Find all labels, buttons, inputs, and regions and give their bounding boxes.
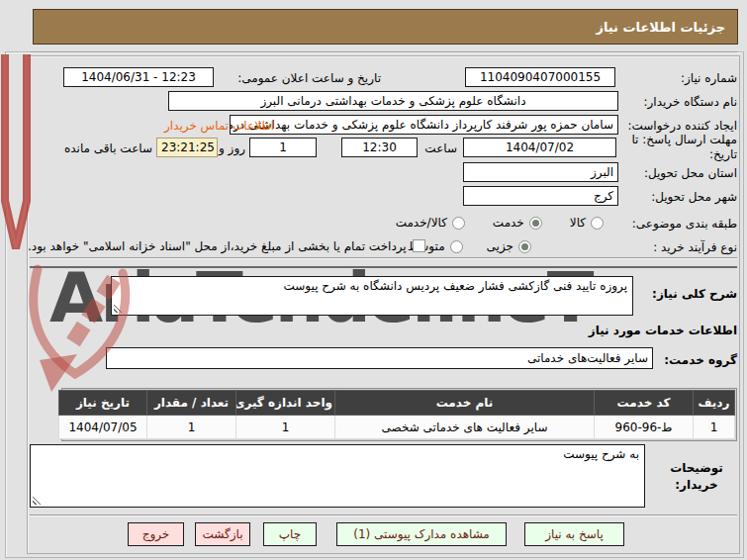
process-option-minor[interactable]: جزیی: [487, 239, 531, 253]
table-header-row: ردیف کد خدمت نام خدمت واحد اندازه گیری ت…: [59, 391, 735, 416]
cell-unit: 1: [236, 416, 335, 439]
resize-handle-icon[interactable]: [114, 304, 123, 313]
remaining-time-label: ساعت باقی مانده: [64, 141, 152, 155]
process-type-label: نوع فرآیند خرید :: [653, 240, 737, 254]
buyer-contact-link[interactable]: اطلاعات تماس خریدار: [164, 119, 274, 133]
divider-top: [30, 51, 737, 53]
deadline-label: مهلت ارسال پاسخ: تا تاریخ:: [620, 133, 737, 162]
need-number-input[interactable]: 1104090407000155: [465, 67, 615, 87]
print-button[interactable]: چاپ: [263, 522, 317, 546]
province-input[interactable]: البرز: [463, 162, 618, 182]
services-section-title: اطلاعات خدمات مورد نیاز: [589, 324, 737, 337]
category-option-label: خدمت: [493, 216, 524, 230]
section-border: [30, 266, 737, 268]
cell-need-date: 1404/07/05: [59, 416, 147, 439]
col-need-date: تاریخ نیاز: [59, 391, 147, 416]
buyer-org-input[interactable]: دانشگاه علوم پزشکی و خدمات بهداشتی درمان…: [168, 91, 618, 111]
deadline-date-input[interactable]: 1404/07/02: [463, 138, 616, 157]
announce-datetime-label: تاریخ و ساعت اعلان عمومی:: [237, 71, 381, 85]
category-option-service[interactable]: خدمت: [493, 216, 542, 230]
resize-handle-icon[interactable]: [33, 496, 42, 505]
checkbox-icon[interactable]: [413, 239, 425, 252]
table-row[interactable]: 1 960-96-ط سایر فعالیت های خدماتی شخصی 1…: [59, 416, 735, 439]
need-number-label: شماره نیاز:: [681, 71, 737, 85]
need-details-page: { "title": "جزئیات اطلاعات نیاز", "water…: [0, 0, 747, 560]
category-option-goods-service[interactable]: کالا/خدمت: [396, 216, 465, 230]
buyer-notes-label: توضیحات خریدار:: [651, 460, 742, 494]
city-input[interactable]: کرج: [463, 186, 618, 206]
cell-service-code: 960-96-ط: [595, 416, 694, 439]
radio-icon[interactable]: [450, 240, 463, 253]
need-description-textarea[interactable]: پروزه تایید فنی گازکشی فشار ضعیف پردیس د…: [111, 276, 633, 316]
service-group-label: گروه خدمت:: [664, 353, 737, 367]
treasury-docs-label: پرداخت تمام یا بخشی از مبلغ خرید،از محل …: [28, 239, 407, 253]
request-creator-input[interactable]: سامان حمزه پور شرفند کارپرداز دانشگاه عل…: [230, 115, 618, 135]
page-title-bar: جزئیات اطلاعات نیاز: [33, 9, 738, 45]
service-group-input[interactable]: سایر فعالیت‌های خدماتی: [106, 347, 653, 369]
col-quantity: تعداد / مقدار: [147, 391, 236, 416]
radio-icon[interactable]: [518, 240, 531, 253]
cell-service-name: سایر فعالیت های خدماتی شخصی: [335, 416, 595, 439]
category-options: کالا خدمت کالا/خدمت: [396, 216, 604, 230]
deadline-time-input[interactable]: 12:30: [341, 138, 418, 157]
announce-datetime-input[interactable]: 1404/06/31 - 12:23: [63, 67, 214, 87]
col-service-code: کد خدمت: [595, 391, 694, 416]
back-button[interactable]: بازگشت: [195, 522, 250, 546]
treasury-docs-option[interactable]: پرداخت تمام یا بخشی از مبلغ خرید،از محل …: [28, 239, 425, 253]
city-label: شهر محل تحویل:: [651, 190, 737, 204]
category-option-goods[interactable]: کالا: [570, 216, 604, 230]
need-description-label: شرح کلی نیاز:: [652, 287, 737, 301]
deadline-days-label: روز و: [219, 141, 245, 155]
col-row-number: ردیف: [694, 391, 735, 416]
category-label: طبقه بندی موضوعی:: [632, 217, 737, 231]
cell-row-number: 1: [694, 416, 735, 439]
process-type-options: جزیی متوسط: [408, 239, 531, 253]
radio-icon[interactable]: [452, 217, 465, 230]
request-creator-label: ایجاد کننده درخواست:: [627, 119, 737, 133]
province-label: استان محل تحویل:: [644, 166, 737, 180]
deadline-hour-label: ساعت: [424, 141, 457, 155]
need-description-text: پروزه تایید فنی گازکشی فشار ضعیف پردیس د…: [283, 279, 627, 293]
divider-bottom: [30, 514, 737, 516]
answer-need-button[interactable]: پاسخ به نیاز: [524, 522, 624, 546]
buyer-notes-text: به شرح پیوست: [563, 447, 639, 461]
services-table: ردیف کد خدمت نام خدمت واحد اندازه گیری ت…: [61, 388, 737, 441]
view-attachments-button[interactable]: مشاهده مدارک پیوستی (1): [336, 522, 507, 546]
divider-mid: [30, 257, 737, 259]
buyer-notes-textarea[interactable]: به شرح پیوست: [30, 444, 645, 508]
col-unit: واحد اندازه گیری: [236, 391, 335, 416]
deadline-days-input[interactable]: 1: [249, 138, 317, 157]
process-option-label: جزیی: [487, 239, 514, 253]
page-title: جزئیات اطلاعات نیاز: [596, 20, 725, 35]
category-option-label: کالا/خدمت: [396, 216, 447, 230]
cell-quantity: 1: [147, 416, 236, 439]
radio-icon[interactable]: [529, 217, 542, 230]
category-option-label: کالا: [570, 216, 586, 230]
radio-icon[interactable]: [591, 217, 604, 230]
exit-button[interactable]: خروج: [128, 522, 184, 546]
buyer-org-label: نام دستگاه خریدار:: [644, 95, 738, 109]
col-service-name: نام خدمت: [335, 391, 595, 416]
remaining-time-badge: 23:21:25: [156, 138, 218, 157]
